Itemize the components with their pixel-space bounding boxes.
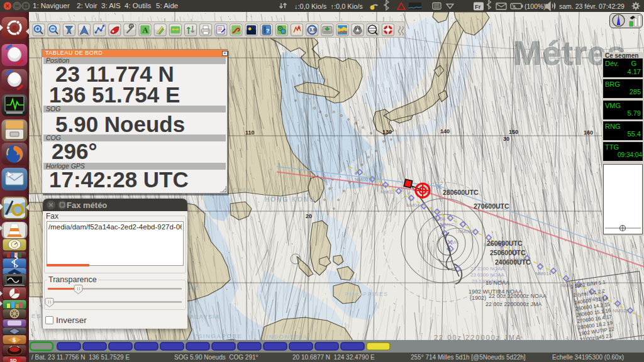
svg-text:NM00: NM00 <box>355 177 369 182</box>
svg-text:16 NOAA: 16 NOAA <box>486 280 509 286</box>
svg-text:250600UTC: 250600UTC <box>490 249 526 256</box>
svg-text:23 0300 NOAA: 23 0300 NOAA <box>470 272 504 278</box>
svg-text:?: ? <box>266 28 270 34</box>
svg-text:270600UTC: 270600UTC <box>474 202 509 210</box>
svg-text:NM08: NM08 <box>458 229 472 234</box>
svg-text:CHINA: CHINA <box>233 187 257 193</box>
svg-text:280600UTC: 280600UTC <box>443 189 479 196</box>
svg-text:22 2300 NOAA: 22 2300 NOAA <box>470 266 504 272</box>
svg-text:260600UTC: 260600UTC <box>487 239 523 247</box>
svg-text:A: A <box>142 26 148 35</box>
svg-text:240600UTC: 240600UTC <box>495 258 531 266</box>
svg-text:SD: SD <box>10 358 17 362</box>
svg-text:3.9: 3.9 <box>309 27 316 33</box>
svg-text:22 00z 2200000z JMA: 22 00z 2200000z JMA <box>486 301 542 307</box>
svg-text:22 00z 220000z NOAA: 22 00z 220000z NOAA <box>489 293 547 299</box>
svg-text:NM014: NM014 <box>535 271 552 277</box>
svg-text:NM04: NM04 <box>406 202 420 208</box>
svg-text:$: $ <box>13 337 16 343</box>
svg-text:(1902): (1902) <box>470 295 486 301</box>
svg-text:NM02: NM02 <box>380 189 394 195</box>
svg-text:NMC: NMC <box>448 239 459 245</box>
svg-text:NM020: NM020 <box>613 308 629 314</box>
svg-text:Fr: Fr <box>475 3 481 10</box>
svg-text:NM06: NM06 <box>432 216 446 222</box>
svg-text:NM1C: NM1C <box>440 222 455 228</box>
